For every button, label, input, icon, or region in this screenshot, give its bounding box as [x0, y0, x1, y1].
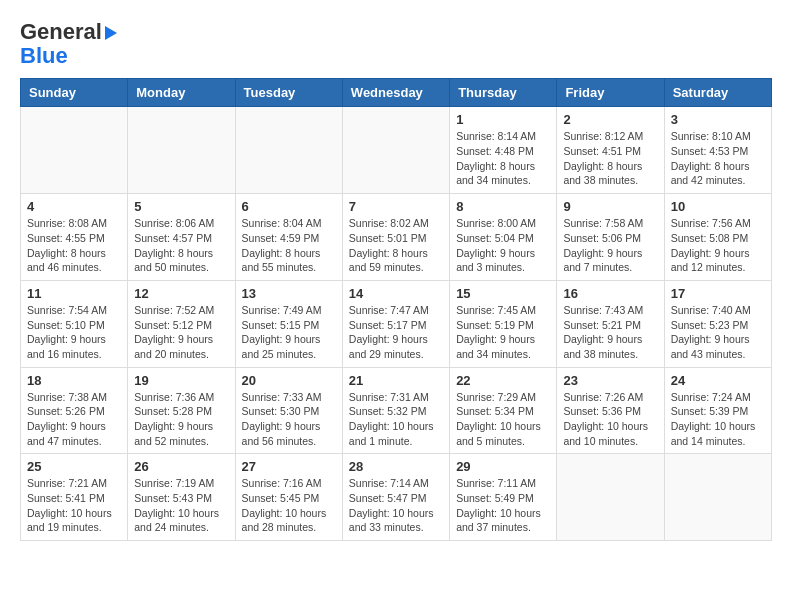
day-number: 10	[671, 199, 765, 214]
day-info: Sunrise: 8:06 AM Sunset: 4:57 PM Dayligh…	[134, 216, 228, 275]
day-number: 7	[349, 199, 443, 214]
day-info: Sunrise: 7:54 AM Sunset: 5:10 PM Dayligh…	[27, 303, 121, 362]
day-of-week-header: Tuesday	[235, 79, 342, 107]
day-info: Sunrise: 7:43 AM Sunset: 5:21 PM Dayligh…	[563, 303, 657, 362]
day-number: 1	[456, 112, 550, 127]
calendar-cell	[342, 107, 449, 194]
day-number: 18	[27, 373, 121, 388]
day-info: Sunrise: 8:12 AM Sunset: 4:51 PM Dayligh…	[563, 129, 657, 188]
day-number: 3	[671, 112, 765, 127]
calendar-header-row: SundayMondayTuesdayWednesdayThursdayFrid…	[21, 79, 772, 107]
calendar-cell	[664, 454, 771, 541]
day-of-week-header: Monday	[128, 79, 235, 107]
day-number: 15	[456, 286, 550, 301]
logo: General Blue	[20, 20, 117, 68]
day-of-week-header: Friday	[557, 79, 664, 107]
calendar-cell: 24Sunrise: 7:24 AM Sunset: 5:39 PM Dayli…	[664, 367, 771, 454]
day-info: Sunrise: 8:14 AM Sunset: 4:48 PM Dayligh…	[456, 129, 550, 188]
calendar-cell: 5Sunrise: 8:06 AM Sunset: 4:57 PM Daylig…	[128, 194, 235, 281]
day-info: Sunrise: 7:56 AM Sunset: 5:08 PM Dayligh…	[671, 216, 765, 275]
day-info: Sunrise: 7:52 AM Sunset: 5:12 PM Dayligh…	[134, 303, 228, 362]
day-number: 23	[563, 373, 657, 388]
calendar-cell: 27Sunrise: 7:16 AM Sunset: 5:45 PM Dayli…	[235, 454, 342, 541]
day-number: 6	[242, 199, 336, 214]
calendar-cell: 15Sunrise: 7:45 AM Sunset: 5:19 PM Dayli…	[450, 280, 557, 367]
day-number: 14	[349, 286, 443, 301]
day-number: 20	[242, 373, 336, 388]
day-info: Sunrise: 8:10 AM Sunset: 4:53 PM Dayligh…	[671, 129, 765, 188]
calendar-cell: 22Sunrise: 7:29 AM Sunset: 5:34 PM Dayli…	[450, 367, 557, 454]
day-number: 9	[563, 199, 657, 214]
calendar-cell: 25Sunrise: 7:21 AM Sunset: 5:41 PM Dayli…	[21, 454, 128, 541]
day-number: 16	[563, 286, 657, 301]
day-of-week-header: Wednesday	[342, 79, 449, 107]
calendar-cell	[235, 107, 342, 194]
day-info: Sunrise: 8:00 AM Sunset: 5:04 PM Dayligh…	[456, 216, 550, 275]
day-info: Sunrise: 7:24 AM Sunset: 5:39 PM Dayligh…	[671, 390, 765, 449]
calendar-cell: 10Sunrise: 7:56 AM Sunset: 5:08 PM Dayli…	[664, 194, 771, 281]
calendar-cell: 26Sunrise: 7:19 AM Sunset: 5:43 PM Dayli…	[128, 454, 235, 541]
day-number: 24	[671, 373, 765, 388]
day-info: Sunrise: 7:29 AM Sunset: 5:34 PM Dayligh…	[456, 390, 550, 449]
day-info: Sunrise: 7:14 AM Sunset: 5:47 PM Dayligh…	[349, 476, 443, 535]
calendar-week-row: 4Sunrise: 8:08 AM Sunset: 4:55 PM Daylig…	[21, 194, 772, 281]
calendar-cell: 21Sunrise: 7:31 AM Sunset: 5:32 PM Dayli…	[342, 367, 449, 454]
calendar-cell: 18Sunrise: 7:38 AM Sunset: 5:26 PM Dayli…	[21, 367, 128, 454]
day-number: 22	[456, 373, 550, 388]
header: General Blue	[20, 20, 772, 68]
day-number: 28	[349, 459, 443, 474]
day-info: Sunrise: 7:19 AM Sunset: 5:43 PM Dayligh…	[134, 476, 228, 535]
day-info: Sunrise: 8:02 AM Sunset: 5:01 PM Dayligh…	[349, 216, 443, 275]
day-of-week-header: Thursday	[450, 79, 557, 107]
calendar-cell: 23Sunrise: 7:26 AM Sunset: 5:36 PM Dayli…	[557, 367, 664, 454]
day-info: Sunrise: 7:21 AM Sunset: 5:41 PM Dayligh…	[27, 476, 121, 535]
calendar-week-row: 11Sunrise: 7:54 AM Sunset: 5:10 PM Dayli…	[21, 280, 772, 367]
calendar-cell: 19Sunrise: 7:36 AM Sunset: 5:28 PM Dayli…	[128, 367, 235, 454]
day-number: 11	[27, 286, 121, 301]
day-number: 5	[134, 199, 228, 214]
day-number: 4	[27, 199, 121, 214]
day-number: 25	[27, 459, 121, 474]
calendar: SundayMondayTuesdayWednesdayThursdayFrid…	[20, 78, 772, 541]
calendar-week-row: 1Sunrise: 8:14 AM Sunset: 4:48 PM Daylig…	[21, 107, 772, 194]
logo-blue: Blue	[20, 44, 68, 68]
calendar-cell: 29Sunrise: 7:11 AM Sunset: 5:49 PM Dayli…	[450, 454, 557, 541]
calendar-cell: 7Sunrise: 8:02 AM Sunset: 5:01 PM Daylig…	[342, 194, 449, 281]
day-info: Sunrise: 7:16 AM Sunset: 5:45 PM Dayligh…	[242, 476, 336, 535]
day-number: 2	[563, 112, 657, 127]
day-number: 26	[134, 459, 228, 474]
calendar-cell: 16Sunrise: 7:43 AM Sunset: 5:21 PM Dayli…	[557, 280, 664, 367]
calendar-cell	[557, 454, 664, 541]
day-number: 19	[134, 373, 228, 388]
day-info: Sunrise: 7:49 AM Sunset: 5:15 PM Dayligh…	[242, 303, 336, 362]
day-info: Sunrise: 7:26 AM Sunset: 5:36 PM Dayligh…	[563, 390, 657, 449]
day-info: Sunrise: 8:04 AM Sunset: 4:59 PM Dayligh…	[242, 216, 336, 275]
calendar-cell: 2Sunrise: 8:12 AM Sunset: 4:51 PM Daylig…	[557, 107, 664, 194]
day-info: Sunrise: 7:11 AM Sunset: 5:49 PM Dayligh…	[456, 476, 550, 535]
calendar-cell: 11Sunrise: 7:54 AM Sunset: 5:10 PM Dayli…	[21, 280, 128, 367]
calendar-week-row: 25Sunrise: 7:21 AM Sunset: 5:41 PM Dayli…	[21, 454, 772, 541]
day-info: Sunrise: 7:31 AM Sunset: 5:32 PM Dayligh…	[349, 390, 443, 449]
day-info: Sunrise: 7:40 AM Sunset: 5:23 PM Dayligh…	[671, 303, 765, 362]
day-number: 29	[456, 459, 550, 474]
calendar-cell: 8Sunrise: 8:00 AM Sunset: 5:04 PM Daylig…	[450, 194, 557, 281]
day-info: Sunrise: 7:33 AM Sunset: 5:30 PM Dayligh…	[242, 390, 336, 449]
day-of-week-header: Sunday	[21, 79, 128, 107]
calendar-cell: 3Sunrise: 8:10 AM Sunset: 4:53 PM Daylig…	[664, 107, 771, 194]
day-number: 27	[242, 459, 336, 474]
day-number: 21	[349, 373, 443, 388]
calendar-cell: 13Sunrise: 7:49 AM Sunset: 5:15 PM Dayli…	[235, 280, 342, 367]
day-number: 13	[242, 286, 336, 301]
calendar-cell: 12Sunrise: 7:52 AM Sunset: 5:12 PM Dayli…	[128, 280, 235, 367]
calendar-cell	[21, 107, 128, 194]
day-info: Sunrise: 7:58 AM Sunset: 5:06 PM Dayligh…	[563, 216, 657, 275]
calendar-cell: 14Sunrise: 7:47 AM Sunset: 5:17 PM Dayli…	[342, 280, 449, 367]
calendar-cell: 4Sunrise: 8:08 AM Sunset: 4:55 PM Daylig…	[21, 194, 128, 281]
calendar-week-row: 18Sunrise: 7:38 AM Sunset: 5:26 PM Dayli…	[21, 367, 772, 454]
calendar-cell: 28Sunrise: 7:14 AM Sunset: 5:47 PM Dayli…	[342, 454, 449, 541]
calendar-cell	[128, 107, 235, 194]
calendar-cell: 9Sunrise: 7:58 AM Sunset: 5:06 PM Daylig…	[557, 194, 664, 281]
day-number: 8	[456, 199, 550, 214]
day-info: Sunrise: 8:08 AM Sunset: 4:55 PM Dayligh…	[27, 216, 121, 275]
day-info: Sunrise: 7:47 AM Sunset: 5:17 PM Dayligh…	[349, 303, 443, 362]
